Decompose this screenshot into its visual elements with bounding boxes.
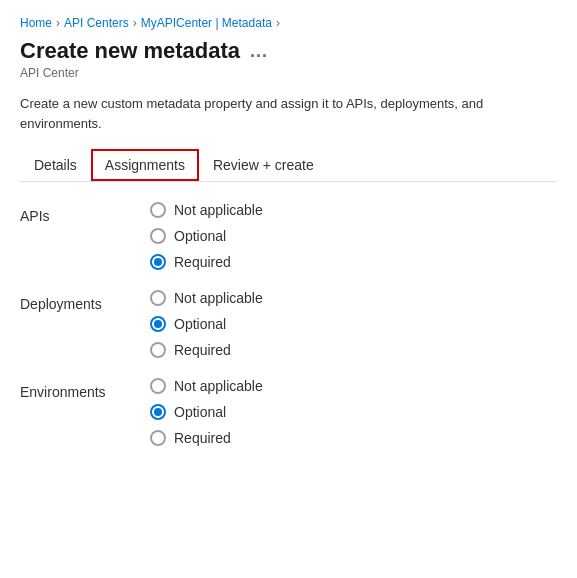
environments-radio-group: Not applicable Optional Required bbox=[150, 378, 557, 466]
environments-required-radio[interactable] bbox=[150, 430, 166, 446]
apis-optional-option[interactable]: Optional bbox=[150, 228, 557, 244]
apis-required-label: Required bbox=[174, 254, 231, 270]
apis-required-radio[interactable] bbox=[150, 254, 166, 270]
tab-details[interactable]: Details bbox=[20, 149, 91, 181]
page-subtitle: API Center bbox=[20, 66, 557, 80]
breadcrumb-home[interactable]: Home bbox=[20, 16, 52, 30]
apis-not-applicable-radio[interactable] bbox=[150, 202, 166, 218]
apis-not-applicable-label: Not applicable bbox=[174, 202, 263, 218]
breadcrumb: Home › API Centers › MyAPICenter | Metad… bbox=[20, 16, 557, 30]
apis-optional-label: Optional bbox=[174, 228, 226, 244]
page-header: Create new metadata ... bbox=[20, 38, 557, 64]
environments-not-applicable-label: Not applicable bbox=[174, 378, 263, 394]
deployments-optional-option[interactable]: Optional bbox=[150, 316, 557, 332]
section-label-deployments: Deployments bbox=[20, 290, 150, 342]
apis-required-option[interactable]: Required bbox=[150, 254, 557, 270]
section-label-environments: Environments bbox=[20, 378, 150, 430]
environments-optional-option[interactable]: Optional bbox=[150, 404, 557, 420]
deployments-optional-label: Optional bbox=[174, 316, 226, 332]
environments-required-option[interactable]: Required bbox=[150, 430, 557, 446]
breadcrumb-myapicenter[interactable]: MyAPICenter | Metadata bbox=[141, 16, 272, 30]
deployments-optional-radio[interactable] bbox=[150, 316, 166, 332]
tab-review-create[interactable]: Review + create bbox=[199, 149, 328, 181]
tabs-container: Details Assignments Review + create bbox=[20, 149, 557, 182]
deployments-not-applicable-label: Not applicable bbox=[174, 290, 263, 306]
apis-radio-group: Not applicable Optional Required bbox=[150, 202, 557, 290]
deployments-required-option[interactable]: Required bbox=[150, 342, 557, 358]
page-description: Create a new custom metadata property an… bbox=[20, 94, 557, 133]
environments-not-applicable-option[interactable]: Not applicable bbox=[150, 378, 557, 394]
more-options-icon[interactable]: ... bbox=[250, 41, 268, 62]
deployments-not-applicable-radio[interactable] bbox=[150, 290, 166, 306]
environments-not-applicable-radio[interactable] bbox=[150, 378, 166, 394]
section-label-apis: APIs bbox=[20, 202, 150, 254]
apis-optional-radio[interactable] bbox=[150, 228, 166, 244]
deployments-required-radio[interactable] bbox=[150, 342, 166, 358]
deployments-radio-group: Not applicable Optional Required bbox=[150, 290, 557, 378]
apis-not-applicable-option[interactable]: Not applicable bbox=[150, 202, 557, 218]
environments-optional-label: Optional bbox=[174, 404, 226, 420]
environments-optional-radio[interactable] bbox=[150, 404, 166, 420]
environments-required-label: Required bbox=[174, 430, 231, 446]
page-title: Create new metadata bbox=[20, 38, 240, 64]
deployments-not-applicable-option[interactable]: Not applicable bbox=[150, 290, 557, 306]
tab-assignments[interactable]: Assignments bbox=[91, 149, 199, 181]
breadcrumb-api-centers[interactable]: API Centers bbox=[64, 16, 129, 30]
content-section: APIs Not applicable Optional Required De… bbox=[20, 202, 557, 466]
deployments-required-label: Required bbox=[174, 342, 231, 358]
